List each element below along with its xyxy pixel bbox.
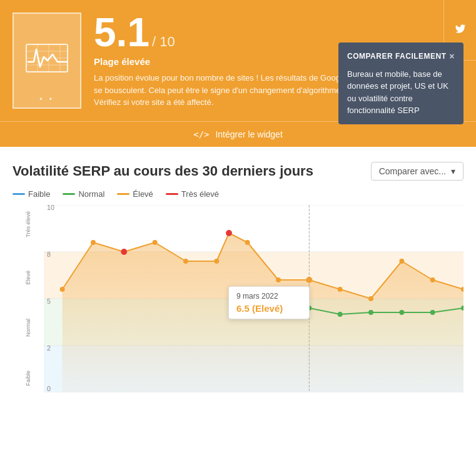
chart-header: Volatilité SERP au cours des 30 derniers… bbox=[13, 162, 463, 181]
legend-normal-line bbox=[63, 193, 75, 195]
svg-point-29 bbox=[245, 240, 250, 245]
tooltip-value: 6.5 (Elevé) bbox=[236, 303, 301, 314]
svg-point-23 bbox=[91, 240, 96, 245]
chart-svg-container: 10 8 5 2 0 bbox=[44, 205, 463, 392]
svg-text:0: 0 bbox=[47, 384, 51, 392]
embed-label: Intégrer le widget bbox=[215, 129, 282, 139]
svg-point-39 bbox=[368, 310, 373, 315]
tooltip-score: 6.5 bbox=[236, 303, 250, 314]
legend-eleve: Élevé bbox=[117, 189, 153, 199]
svg-point-28 bbox=[226, 230, 232, 236]
svg-point-34 bbox=[399, 259, 404, 264]
legend-normal: Normal bbox=[63, 189, 104, 199]
compare-label: Comparer avec... bbox=[379, 166, 446, 176]
svg-text:2: 2 bbox=[47, 344, 51, 351]
tooltip-date: 9 mars 2022 bbox=[236, 292, 301, 301]
y-label-normal: Normal bbox=[25, 319, 31, 337]
svg-point-27 bbox=[214, 259, 219, 264]
svg-point-35 bbox=[430, 277, 435, 282]
svg-point-24 bbox=[121, 249, 127, 255]
chart-monitor-icon bbox=[25, 43, 69, 77]
svg-text:10: 10 bbox=[47, 205, 54, 211]
svg-point-22 bbox=[60, 287, 65, 292]
compare-dropdown[interactable]: Comparer avec... ▾ bbox=[371, 162, 463, 181]
legend-faible-line bbox=[13, 193, 25, 195]
svg-point-31 bbox=[306, 277, 312, 283]
chevron-down-icon: ▾ bbox=[451, 166, 455, 176]
chart-section: Volatilité SERP au cours des 30 derniers… bbox=[0, 147, 476, 399]
tooltip-label: (Elevé) bbox=[252, 303, 283, 314]
legend-eleve-label: Élevé bbox=[133, 189, 153, 199]
widget-description: La position évolue pour bon nombre de si… bbox=[94, 72, 357, 109]
chart-area: Très élevé Élevé Normal Faible bbox=[13, 205, 463, 392]
svg-point-32 bbox=[338, 287, 343, 292]
legend-tres-eleve-line bbox=[166, 193, 178, 195]
legend-faible: Faible bbox=[13, 189, 50, 199]
y-axis: Très élevé Élevé Normal Faible bbox=[13, 205, 44, 392]
legend-normal-label: Normal bbox=[78, 189, 104, 199]
svg-point-33 bbox=[368, 296, 373, 301]
compare-popup-title: COMPARER FACILEMENT bbox=[347, 51, 447, 62]
chart-legend: Faible Normal Élevé Très élevé bbox=[13, 189, 463, 199]
svg-point-26 bbox=[183, 259, 188, 264]
y-label-eleve: Élevé bbox=[25, 271, 31, 285]
legend-tres-eleve-label: Très élevé bbox=[181, 189, 219, 199]
score-denom: / 10 bbox=[152, 34, 175, 50]
chart-tooltip: 9 mars 2022 6.5 (Elevé) bbox=[228, 286, 310, 319]
twitter-icon bbox=[455, 23, 466, 37]
legend-eleve-line bbox=[117, 193, 129, 195]
svg-point-38 bbox=[338, 312, 343, 317]
svg-point-25 bbox=[153, 240, 158, 245]
legend-tres-eleve: Très élevé bbox=[166, 189, 219, 199]
y-label-tres-eleve: Très élevé bbox=[25, 211, 31, 237]
legend-faible-label: Faible bbox=[28, 189, 50, 199]
code-icon: </> bbox=[193, 129, 209, 139]
chart-title: Volatilité SERP au cours des 30 derniers… bbox=[13, 163, 313, 179]
svg-point-30 bbox=[276, 277, 281, 282]
compare-popup-text: Bureau et mobile, base de données et pro… bbox=[347, 69, 448, 116]
svg-text:8: 8 bbox=[47, 250, 51, 257]
embed-bar[interactable]: </> Intégrer le widget bbox=[0, 121, 476, 147]
svg-point-41 bbox=[430, 310, 435, 315]
score-value: 5.1 bbox=[94, 12, 149, 52]
svg-text:5: 5 bbox=[47, 297, 51, 304]
compare-popup-close[interactable]: × bbox=[449, 50, 455, 63]
widget-icon-box bbox=[13, 12, 81, 109]
y-label-faible: Faible bbox=[25, 371, 31, 386]
compare-popup: COMPARER FACILEMENT × Bureau et mobile, … bbox=[338, 42, 463, 124]
compare-popup-header: COMPARER FACILEMENT × bbox=[347, 50, 455, 63]
svg-point-40 bbox=[399, 310, 404, 315]
